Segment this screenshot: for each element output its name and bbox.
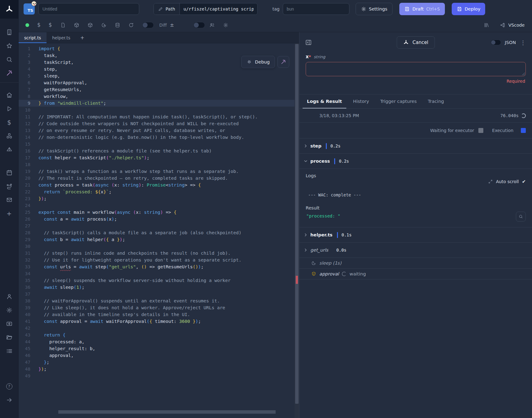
draft-button[interactable]: Draft Ctrl+S <box>399 3 445 15</box>
editor-horizontal-scrollbar[interactable] <box>43 410 293 414</box>
collapse-panel-icon[interactable] <box>305 39 312 46</box>
sidebar-item-triggers[interactable] <box>0 143 19 156</box>
sidebar-item-expand[interactable] <box>0 393 19 407</box>
package-icon[interactable] <box>87 22 93 28</box>
sidebar-item-home[interactable] <box>0 88 19 102</box>
code-line[interactable]: 37 <box>19 291 299 297</box>
code-line[interactable]: 12// Code outside these wrappers is NOT … <box>19 120 299 127</box>
kebab-menu-icon[interactable]: ⋮ <box>520 39 526 46</box>
code-line[interactable]: 45 helper_result: b, <box>19 345 299 352</box>
code-line[interactable]: 25export const main = workflow(async (x:… <box>19 209 299 216</box>
run-circle-icon[interactable] <box>101 22 107 28</box>
code-line[interactable]: 16// taskScript() references a module fi… <box>19 147 299 154</box>
code-line[interactable]: 36 await sleep(1); <box>19 284 299 291</box>
code-line[interactable]: 49 <box>19 372 299 379</box>
sidebar-item-folders[interactable] <box>0 331 19 344</box>
code-line[interactable]: 39 // Like sleep(), it does not hold a w… <box>19 304 299 311</box>
code-line[interactable]: 9} from "windmill-client"; <box>19 100 299 107</box>
tag-input[interactable] <box>283 3 349 15</box>
scrollbar-thumb[interactable] <box>58 410 275 414</box>
collab-toggle[interactable] <box>193 22 205 28</box>
code-line[interactable]: 42 <box>19 325 299 332</box>
code-line[interactable]: 8 workflow, <box>19 93 299 100</box>
code-line[interactable]: 18 <box>19 161 299 168</box>
timeline-row-get-urls[interactable]: get_urls 0.0s <box>299 242 532 257</box>
variable-dollar-icon[interactable]: $ <box>37 22 41 28</box>
timeline-row-step[interactable]: step 0.2s <box>299 138 532 153</box>
sidebar-item-favorites[interactable] <box>0 39 19 53</box>
sidebar-item-resources[interactable] <box>0 129 19 143</box>
autoscroll-control[interactable]: Auto scroll ✔ <box>306 179 526 184</box>
sidebar-item-ai[interactable] <box>0 66 19 80</box>
windmill-logo[interactable] <box>0 0 19 19</box>
code-line[interactable]: 40 // available in the timeline step's d… <box>19 311 299 318</box>
json-toggle[interactable] <box>490 40 501 45</box>
code-line[interactable]: 17const helper = taskScript("./helper.ts… <box>19 154 299 161</box>
code-line[interactable]: 43 return { <box>19 332 299 338</box>
vscode-button[interactable]: VScode <box>500 22 525 28</box>
code-line[interactable]: 44 processed: a, <box>19 338 299 345</box>
code-line[interactable]: 11// IMPORTANT: All computation must hap… <box>19 113 299 120</box>
sidebar-item-routes[interactable] <box>0 179 19 193</box>
inspect-result-button[interactable] <box>516 212 526 222</box>
sidebar-item-account[interactable] <box>0 290 19 303</box>
timeline-row-process[interactable]: process 0.2s <box>299 153 532 169</box>
code-line[interactable]: 32 // Use it for lightweight operations … <box>19 257 299 263</box>
code-line[interactable]: 10 <box>19 107 299 113</box>
code-line[interactable]: 34 <box>19 270 299 277</box>
expand-icon[interactable] <box>488 179 493 184</box>
code-line[interactable]: 5 sleep, <box>19 73 299 79</box>
code-line[interactable]: 35 // sleep() suspends the workflow serv… <box>19 277 299 284</box>
code-line[interactable]: 30 <box>19 243 299 250</box>
code-line[interactable]: 23}); <box>19 195 299 202</box>
timeline-row-approval[interactable]: approval waiting <box>299 268 532 279</box>
sidebar-item-settings[interactable] <box>0 303 19 317</box>
code-line[interactable]: 13// on every resume or retry. Never put… <box>19 127 299 134</box>
library-icon[interactable] <box>484 22 489 28</box>
resize-grip[interactable] <box>522 72 525 75</box>
ai-wand-button[interactable] <box>277 56 289 68</box>
new-tab-button[interactable]: + <box>76 32 89 43</box>
settings-button[interactable]: Settings <box>356 3 392 15</box>
database-icon[interactable] <box>115 22 120 28</box>
file-icon[interactable] <box>60 22 66 28</box>
reload-icon[interactable] <box>128 22 134 28</box>
code-line[interactable]: 41 const approval = await waitForApprova… <box>19 318 299 325</box>
code-line[interactable]: 31 // step() runs inline code and checkp… <box>19 250 299 257</box>
timeline-row-sleep[interactable]: sleep (1s) <box>299 257 532 268</box>
code-line[interactable]: 33 const urls = await step("get_urls", (… <box>19 263 299 270</box>
code-line[interactable]: 15 <box>19 141 299 147</box>
sidebar-item-search[interactable] <box>0 53 19 66</box>
argument-input[interactable] <box>306 62 526 76</box>
path-input[interactable] <box>180 3 257 15</box>
code-area[interactable]: 1import {2 task,3 taskScript,4 step,5 sl… <box>19 43 299 418</box>
sidebar-item-messages[interactable] <box>0 193 19 207</box>
sidebar-item-add[interactable]: + <box>0 207 19 220</box>
edit-path-button[interactable]: Path <box>154 3 180 15</box>
code-line[interactable]: 27 <box>19 222 299 229</box>
tab-tracing[interactable]: Tracing <box>423 95 448 108</box>
tab-helper-ts[interactable]: helper.ts <box>47 32 76 43</box>
tab-history[interactable]: History <box>349 95 374 108</box>
code-line[interactable]: 29 const b = await helper({ a }); <box>19 236 299 243</box>
code-line[interactable]: 48}); <box>19 366 299 372</box>
debug-button[interactable]: Debug <box>241 56 275 68</box>
tab-trigger-captures[interactable]: Trigger captures <box>376 95 421 108</box>
timeline-row-helper[interactable]: helper.ts 0.1s <box>299 227 532 242</box>
code-line[interactable]: 38 // waitForApproval() suspends until a… <box>19 297 299 304</box>
code-line[interactable]: 46 approval, <box>19 352 299 359</box>
package-icon[interactable] <box>74 22 79 28</box>
code-line[interactable]: 28 // taskScript() calls a module file a… <box>19 229 299 236</box>
code-line[interactable]: 6 waitForApproval, <box>19 79 299 86</box>
diff-toggle[interactable] <box>142 22 154 28</box>
sidebar-item-schedules[interactable] <box>0 166 19 179</box>
code-line[interactable]: 7 getResumeUrls, <box>19 86 299 93</box>
code-line[interactable]: 14// non-deterministic logic (e.g. Date.… <box>19 134 299 141</box>
sidebar-item-variables[interactable]: $ <box>0 116 19 129</box>
code-line[interactable]: 26 const a = await process(x); <box>19 216 299 222</box>
code-line[interactable]: 47 }; <box>19 359 299 366</box>
sidebar-item-runs[interactable] <box>0 102 19 116</box>
code-line[interactable]: 24 <box>19 202 299 209</box>
code-line[interactable]: 20// The result is checkpointed — on ret… <box>19 175 299 182</box>
sidebar-item-audit-logs[interactable] <box>0 344 19 358</box>
